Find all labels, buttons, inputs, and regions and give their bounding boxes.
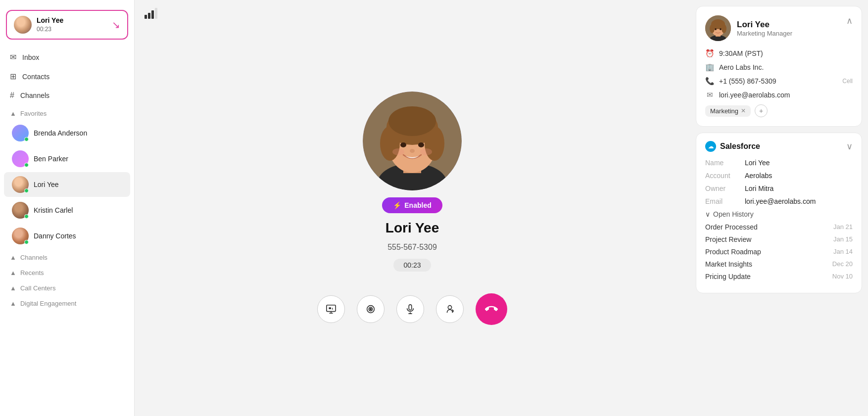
- sf-owner-row: Owner Lori Mitra: [705, 185, 853, 192]
- status-dot-brenda: [24, 137, 29, 141]
- contact-name-danny: Danny Cortes: [34, 232, 76, 240]
- history-date-2: Jan 14: [833, 248, 853, 256]
- contact-phone-type: Cell: [842, 78, 853, 85]
- nav-contacts-label: Contacts: [22, 73, 49, 81]
- history-date-1: Jan 15: [833, 235, 853, 243]
- video-button[interactable]: [357, 295, 385, 323]
- clock-icon: ⏰: [705, 49, 714, 58]
- right-panel: Lori Yee Marketing Manager ∧ ⏰ 9:30AM (P…: [690, 0, 868, 416]
- phone-icon: 📞: [705, 77, 714, 86]
- svg-point-12: [388, 106, 436, 136]
- contact-item-danny[interactable]: Danny Cortes: [4, 224, 130, 248]
- svg-point-17: [420, 148, 432, 155]
- open-history-label: Open History: [713, 210, 754, 218]
- digital-engagement-section-header[interactable]: ▲ Digital Engagement: [0, 295, 134, 310]
- recents-chevron-icon: ▲: [10, 269, 16, 277]
- channels-chevron-icon: ▲: [10, 254, 16, 261]
- recents-section-header[interactable]: ▲ Recents: [0, 264, 134, 279]
- nav-channels-label: Channels: [20, 92, 49, 99]
- chevron-down-icon: ▲: [10, 110, 16, 117]
- history-item-2: Product Roadmap Jan 14: [705, 248, 853, 256]
- sf-account-label: Account: [705, 172, 745, 180]
- tag-marketing-remove[interactable]: ✕: [741, 107, 746, 114]
- tag-marketing-label: Marketing: [710, 107, 738, 115]
- history-item-1: Project Review Jan 15: [705, 235, 853, 243]
- history-item-3: Market Insights Dec 20: [705, 260, 853, 268]
- svg-rect-23: [409, 304, 412, 310]
- call-centers-chevron-icon: ▲: [10, 284, 16, 292]
- transfer-button[interactable]: [436, 295, 464, 323]
- history-item-4: Pricing Update Nov 10: [705, 273, 853, 280]
- call-end-icon[interactable]: ↘: [112, 19, 120, 31]
- svg-point-31: [710, 24, 715, 33]
- active-call-avatar: [14, 16, 32, 34]
- contact-card-avatar: [705, 15, 731, 41]
- active-call-name: Lori Yee: [37, 16, 63, 24]
- end-call-button[interactable]: [476, 293, 507, 325]
- caller-number: 555-567-5309: [387, 243, 437, 252]
- sf-email-value: lori.yee@aerolabs.com: [745, 197, 816, 205]
- contact-card-header: Lori Yee Marketing Manager ∧: [705, 15, 853, 41]
- history-item-0: Order Processed Jan 21: [705, 223, 853, 231]
- contact-item-kristin[interactable]: Kristin Carlel: [4, 198, 130, 223]
- active-call-timer: 00:23: [37, 26, 51, 33]
- channels-section-label: Channels: [20, 254, 48, 261]
- svg-point-34: [720, 28, 722, 30]
- contact-item-ben[interactable]: Ben Parker: [4, 146, 130, 171]
- history-title-2: Product Roadmap: [705, 248, 761, 256]
- nav-inbox[interactable]: ✉ Inbox: [0, 47, 134, 67]
- channels-section-header[interactable]: ▲ Channels: [0, 249, 134, 264]
- call-centers-section-header[interactable]: ▲ Call Centers: [0, 279, 134, 295]
- contact-time: 9:30AM (PST): [719, 49, 763, 57]
- avatar-brenda: [12, 125, 29, 141]
- nav-contacts[interactable]: ⊞ Contacts: [0, 67, 134, 86]
- contact-card-collapse-icon[interactable]: ∧: [846, 15, 853, 26]
- sidebar: Lori Yee 00:23 ↘ ✉ Inbox ⊞ Contacts # Ch…: [0, 0, 135, 416]
- sf-name-label: Name: [705, 159, 745, 167]
- contact-email-row: ✉ lori.yee@aerolabs.com: [705, 91, 853, 99]
- nav-channels[interactable]: # Channels: [0, 86, 134, 105]
- favorites-section-header[interactable]: ▲ Favorites: [0, 105, 134, 120]
- call-timer: 00:23: [393, 259, 431, 272]
- inbox-icon: ✉: [10, 52, 16, 62]
- salesforce-title: Salesforce: [720, 142, 760, 151]
- svg-point-13: [400, 142, 406, 147]
- contact-name-lori: Lori Yee: [34, 181, 59, 188]
- svg-rect-3: [155, 8, 157, 19]
- history-title-1: Project Review: [705, 235, 751, 243]
- enabled-badge: ⚡ Enabled: [382, 197, 442, 213]
- signal-bars: [145, 8, 158, 22]
- sf-name-row: Name Lori Yee: [705, 159, 853, 167]
- history-date-0: Jan 21: [833, 223, 853, 231]
- history-title-4: Pricing Update: [705, 273, 751, 280]
- caller-section: ⚡ Enabled Lori Yee 555-567-5309 00:23: [317, 92, 507, 325]
- digital-engagement-section-label: Digital Engagement: [20, 300, 76, 307]
- svg-point-33: [715, 28, 717, 30]
- svg-point-16: [392, 148, 404, 155]
- contact-card-name: Lori Yee: [737, 20, 792, 30]
- badge-icon: ⚡: [393, 201, 401, 209]
- screen-share-button[interactable]: [317, 295, 345, 323]
- channels-icon: #: [10, 91, 14, 100]
- open-history-toggle[interactable]: ∨ Open History: [705, 210, 853, 218]
- salesforce-collapse-icon[interactable]: ∨: [846, 141, 853, 152]
- svg-point-24: [448, 305, 451, 309]
- svg-rect-0: [145, 15, 147, 19]
- sf-account-value: Aerolabs: [745, 172, 772, 180]
- history-title-3: Market Insights: [705, 260, 752, 268]
- call-controls: [317, 293, 507, 325]
- tag-add-button[interactable]: +: [755, 104, 768, 117]
- favorites-label: Favorites: [20, 110, 47, 117]
- contact-email: lori.yee@aerolabs.com: [719, 91, 790, 99]
- nav-inbox-label: Inbox: [22, 53, 39, 61]
- svg-point-32: [722, 24, 726, 33]
- mute-button[interactable]: [396, 295, 424, 323]
- contact-company: Aero Labs Inc.: [719, 63, 764, 71]
- contact-item-brenda[interactable]: Brenda Anderson: [4, 121, 130, 145]
- sf-owner-label: Owner: [705, 185, 745, 192]
- digital-engagement-chevron-icon: ▲: [10, 300, 16, 307]
- contact-item-lori[interactable]: Lori Yee: [4, 172, 130, 197]
- svg-rect-19: [329, 307, 331, 309]
- active-call-card[interactable]: Lori Yee 00:23 ↘: [6, 10, 128, 40]
- avatar-kristin: [12, 202, 29, 219]
